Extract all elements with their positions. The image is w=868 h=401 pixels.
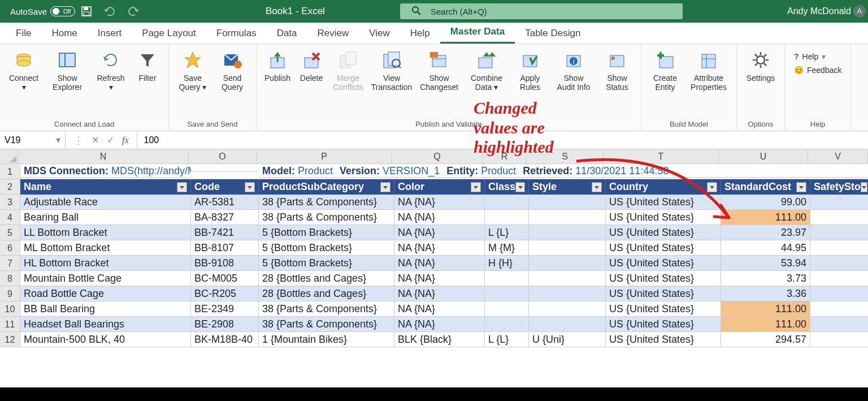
cell[interactable]: Adjustable Race — [20, 195, 191, 210]
cell[interactable]: NA {NA} — [394, 240, 485, 256]
tab-master-data[interactable]: Master Data — [440, 21, 515, 44]
filter-icon[interactable] — [592, 182, 602, 192]
table-row[interactable]: Adjustable RaceAR-538138 {Parts & Compon… — [20, 195, 868, 210]
cell[interactable] — [485, 301, 529, 317]
cell[interactable]: 23.97 — [721, 225, 810, 240]
cell[interactable]: BB-8107 — [191, 240, 259, 256]
tab-data[interactable]: Data — [267, 23, 307, 44]
cell[interactable]: Bearing Ball — [20, 210, 191, 225]
cell[interactable] — [810, 271, 868, 286]
cell[interactable]: NA {NA} — [394, 286, 485, 301]
filter-icon[interactable] — [245, 182, 255, 192]
row-header-10[interactable]: 10 — [0, 301, 20, 317]
cell[interactable]: US {United States} — [606, 210, 721, 225]
filter-icon[interactable] — [796, 182, 806, 192]
table-header-color[interactable]: Color — [394, 179, 485, 195]
cell[interactable]: 53.94 — [721, 256, 810, 271]
save-query-button[interactable]: SaveQuery ▾ — [173, 46, 212, 94]
refresh-button[interactable]: Refresh ▾ — [92, 46, 130, 94]
cell[interactable]: 5 {Bottom Brackets} — [259, 256, 394, 271]
cell[interactable] — [529, 301, 606, 317]
col-header-O[interactable]: O — [189, 149, 257, 164]
col-header-V[interactable]: V — [808, 149, 868, 164]
table-row[interactable]: Mountain-500 BLK, 40BK-M18B-401 {Mountai… — [20, 332, 868, 347]
cell[interactable]: HL Bottom Bracket — [20, 256, 191, 271]
cell[interactable]: 5 {Bottom Brackets} — [259, 225, 394, 240]
cell[interactable]: NA {NA} — [394, 301, 485, 317]
table-header-class[interactable]: Class — [485, 179, 529, 195]
fx-icon[interactable]: fx — [122, 135, 129, 145]
formula-value[interactable]: 100 — [137, 135, 166, 145]
show-explorer-button[interactable]: ShowExplorer — [44, 46, 90, 94]
show-audit-info-button[interactable]: iShowAudit Info — [550, 46, 597, 94]
cell[interactable]: Mountain Bottle Cage — [20, 271, 191, 286]
cell[interactable]: 44.95 — [721, 240, 810, 256]
col-header-R[interactable]: R — [483, 149, 527, 164]
cell[interactable] — [810, 210, 868, 225]
filter-icon[interactable] — [515, 182, 525, 192]
undo-icon[interactable] — [103, 6, 116, 16]
cell[interactable]: US {United States} — [606, 286, 721, 301]
cell[interactable]: Road Bottle Cage — [20, 286, 191, 301]
col-header-U[interactable]: U — [719, 149, 808, 164]
cell[interactable] — [810, 195, 868, 210]
table-row[interactable]: LL Bottom BracketBB-74215 {Bottom Bracke… — [20, 225, 868, 240]
cell[interactable] — [529, 195, 606, 210]
cell[interactable]: H {H} — [485, 256, 529, 271]
cell[interactable]: BK-M18B-40 — [191, 332, 259, 347]
cell[interactable] — [810, 286, 868, 301]
cell[interactable]: BB-9108 — [191, 256, 259, 271]
cell[interactable]: NA {NA} — [394, 317, 485, 332]
row-header-12[interactable]: 12 — [0, 332, 20, 347]
cell[interactable]: US {United States} — [606, 301, 721, 317]
cell[interactable] — [529, 317, 606, 332]
tab-file[interactable]: File — [6, 23, 41, 44]
cell[interactable]: US {United States} — [606, 332, 721, 347]
search-input[interactable]: Search (Alt+Q) — [400, 3, 683, 19]
cell[interactable]: BB Ball Bearing — [20, 301, 191, 317]
redo-icon[interactable] — [127, 6, 140, 16]
cell[interactable]: 3.36 — [721, 286, 810, 301]
row-header-7[interactable]: 7 — [0, 256, 20, 271]
cell[interactable]: US {United States} — [606, 225, 721, 240]
row-header-9[interactable]: 9 — [0, 286, 20, 301]
cell[interactable]: L {L} — [485, 332, 529, 347]
show-changeset-button[interactable]: ShowChangeset — [416, 46, 462, 94]
show-status-button[interactable]: ShowStatus — [598, 46, 636, 94]
table-header-country[interactable]: Country — [606, 179, 721, 195]
cell[interactable] — [529, 256, 606, 271]
tab-review[interactable]: Review — [307, 23, 359, 44]
tab-home[interactable]: Home — [41, 23, 87, 44]
send-query-button[interactable]: SendQuery — [213, 46, 251, 94]
table-row[interactable]: Mountain Bottle CageBC-M00528 {Bottles a… — [20, 271, 868, 286]
table-row[interactable]: Road Bottle CageBC-R20528 {Bottles and C… — [20, 286, 868, 301]
filter-icon[interactable] — [471, 182, 481, 192]
table-row[interactable]: BB Ball BearingBE-234938 {Parts & Compon… — [20, 301, 868, 317]
cell[interactable] — [810, 240, 868, 256]
cell[interactable]: 99.00 — [721, 195, 810, 210]
view-transaction-button[interactable]: ViewTransaction — [368, 46, 415, 94]
cancel-icon[interactable]: ✕ — [92, 135, 99, 145]
settings-button[interactable]: Settings — [741, 46, 780, 85]
row-header-6[interactable]: 6 — [0, 240, 20, 256]
select-all-corner[interactable] — [0, 149, 18, 164]
cell[interactable]: 38 {Parts & Components} — [259, 317, 394, 332]
filter-icon[interactable] — [861, 182, 867, 192]
cell[interactable]: 111.00 — [721, 317, 810, 332]
cell[interactable]: ML Bottom Bracket — [20, 240, 191, 256]
col-header-T[interactable]: T — [604, 149, 719, 164]
col-header-P[interactable]: P — [257, 149, 392, 164]
enter-icon[interactable]: ✓ — [107, 135, 114, 145]
cell[interactable]: NA {NA} — [394, 195, 485, 210]
row-header-11[interactable]: 11 — [0, 317, 20, 332]
cell[interactable]: BB-7421 — [191, 225, 259, 240]
cell[interactable]: LL Bottom Bracket — [20, 225, 191, 240]
cell[interactable] — [810, 256, 868, 271]
cell[interactable]: BLK {Black} — [394, 332, 485, 347]
cell[interactable] — [485, 317, 529, 332]
cell[interactable] — [529, 240, 606, 256]
cell[interactable] — [810, 301, 868, 317]
tab-formulas[interactable]: Formulas — [206, 23, 267, 44]
cell[interactable]: US {United States} — [606, 256, 721, 271]
cell[interactable]: 28 {Bottles and Cages} — [259, 286, 394, 301]
